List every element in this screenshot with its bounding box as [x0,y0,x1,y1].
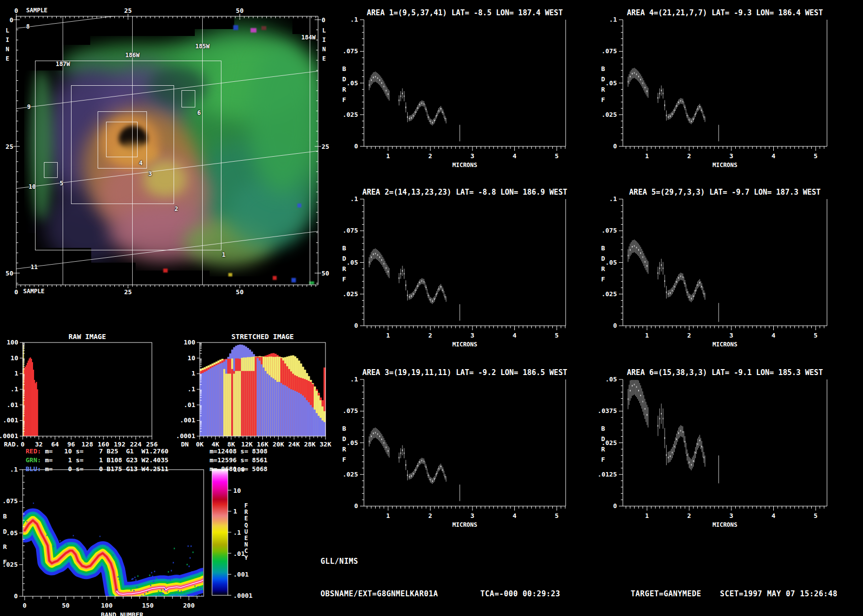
tick-label: D [3,528,7,535]
tick-label: .1 [609,195,617,203]
tick-label: 3 [470,512,474,519]
tick-label: .025 [343,290,358,298]
tick-label: .025 [602,290,617,298]
tick-label: R [342,86,346,93]
tick-label: 1 [645,152,649,160]
tick-label: R [3,543,7,550]
spectrum-area5: .1.075.05.025012345MICRONSBDRFAREA 5=(29… [601,188,827,348]
tick-label: 3 [729,512,733,519]
spectrum-data [369,428,460,501]
tick-label: E [244,515,248,522]
tick-label: .075 [2,497,18,505]
tick-label: .075 [602,47,617,55]
tick-label: 25 [124,288,132,296]
tick-label: 0 [322,16,325,24]
tick-label: 4 [772,152,776,160]
tick-label: D [342,75,346,83]
tick-label: 200 [183,602,195,609]
tick-label: 1 [191,370,195,377]
tick-label: 1 [386,512,390,519]
tick-label: 4K [212,441,219,448]
tick-label: .1 [609,16,617,23]
tick-label: E [244,535,248,542]
tick-label: MICRONS [452,162,477,169]
tick-label: .1 [187,385,195,393]
spectrum-area1: .1.075.05.025012345MICRONSBDRFAREA 1=(9,… [342,8,566,169]
tick-label: RAD. [4,441,19,448]
tick-label: 0K [196,441,204,448]
tick-label: .05 [606,376,617,383]
tick-label: 4 [513,152,517,160]
tick-label: B [3,513,7,520]
tick-label: MICRONS [713,341,738,348]
tick-label: R [342,265,346,273]
tick-label: MICRONS [713,521,738,528]
tick-label: .025 [343,471,358,478]
tick-label: 4 [772,512,776,519]
tick-label: 0 [613,502,617,510]
tick-label: 2 [687,512,691,519]
tick-label: 24K [288,441,300,448]
tick-label: 3 [470,152,474,160]
tick-label: 0 [354,502,358,510]
tick-label: 25 [5,143,13,150]
tick-label: .05 [347,439,358,446]
tick-label: .075 [343,227,358,234]
tick-label: 3 [470,332,474,339]
tick-label: .0001 [0,432,18,440]
tick-label: .1 [350,195,358,203]
meta-line-instrument: GLL/NIMS [321,556,837,567]
image-panel-axes [13,14,321,288]
tick-label: B [342,244,346,252]
tick-label: 5 [814,152,818,160]
stretched-histogram-stat-3: m= 9680 s= 5068 [210,465,267,473]
tick-label: 50 [62,602,70,609]
tick-label: 25 [322,143,329,150]
tick-label: 8K [227,441,235,448]
tick-label: .1 [350,16,358,23]
meta-line-obsname: OBSNAME/EXT=G8GNMELKAR01A TCA=-000 00:29… [321,588,837,599]
tick-label: B [601,244,605,252]
tick-label: AREA 5=(29,7,3,3) LAT= -9.7 LON= 187.3 W… [629,188,821,197]
tick-label: 0 [14,592,18,600]
tick-label: 0 [23,602,27,609]
tick-label: 10 [233,487,241,494]
tick-label: .1 [233,529,241,536]
nims-quicklook-screen: 187W186W185W184W891011123456 SAMPLE SAMP… [0,0,863,616]
tick-label: 128 [81,441,93,448]
tick-label: 0 [354,322,358,329]
tick-label: DN [181,441,189,448]
tick-label: 28K [304,441,316,448]
stat-values: m= 10 s= 7 B25 G1 W1.2760 [41,447,168,455]
tick-label: 2 [429,512,432,519]
tick-label: AREA 3=(19,19,11,11) LAT= -9.2 LON= 186.… [362,368,567,377]
tick-label: D [601,255,605,262]
tick-label: .05 [347,79,358,87]
tick-label: 5 [555,512,559,519]
image-panel-tick-labels: 00252550500025255050 [5,7,329,296]
tick-label: 10 [10,354,18,362]
raw-image-histogram: 100101.1.01.001.000103264961281601922242… [0,333,158,448]
tick-label: F [244,502,248,509]
tick-label: AREA 1=(9,5,37,41) LAT= -8.5 LON= 187.4 … [367,8,563,17]
tick-label: AREA 6=(15,38,3,3) LAT= -9.1 LON= 185.3 … [627,368,823,377]
tick-label: 0 [14,7,18,14]
tick-label: AREA 4=(21,21,7,7) LAT= -9.3 LON= 186.4 … [627,8,823,17]
tick-label: 12K [241,441,253,448]
tick-label: 2 [429,152,432,160]
tick-label: F [601,456,605,463]
tick-label: 2 [687,332,691,339]
tick-label: 20K [273,441,285,448]
tick-label: .01 [233,550,245,557]
tick-label: MICRONS [452,521,477,528]
tick-label: 25 [124,7,132,14]
spectrum-data [369,248,460,320]
raw-histogram-stat-red: RED: m= 10 s= 7 B25 G1 W1.2760 [26,447,169,455]
tick-label: D [601,75,605,83]
tick-label: 4 [513,332,517,339]
tick-label: .0375 [598,407,617,414]
stat-values: m= 1 s= 1 B108 G23 W2.4035 [41,456,168,464]
tick-label: F [601,96,605,103]
tick-label: .0125 [598,471,617,478]
tick-label: 1 [645,512,649,519]
